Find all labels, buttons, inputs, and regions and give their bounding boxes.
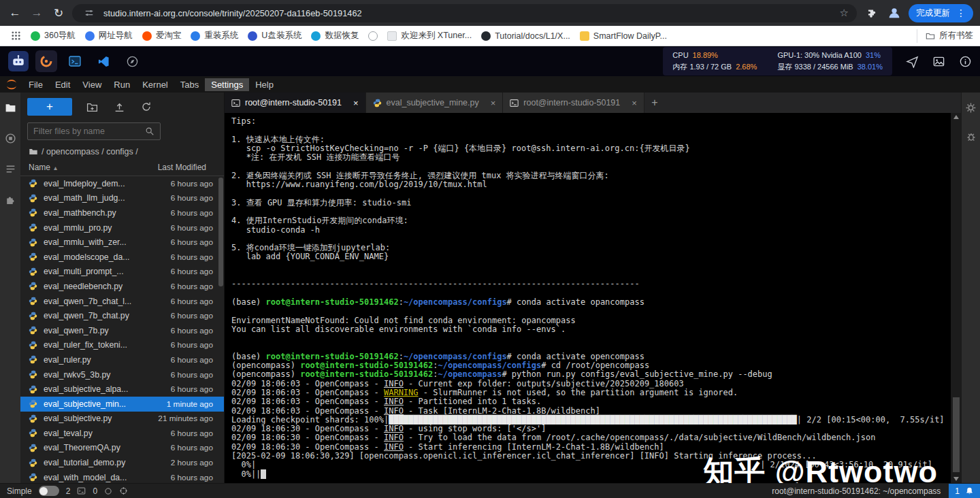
file-row[interactable]: eval_teval.py6 hours ago: [20, 426, 224, 441]
menu-item-help[interactable]: Help: [249, 78, 280, 91]
bookmark-star-icon[interactable]: ☆: [840, 7, 849, 19]
send-icon[interactable]: [906, 55, 919, 68]
file-row[interactable]: eval_multi_prompt_...6 hours ago: [20, 265, 224, 280]
menu-item-file[interactable]: File: [22, 78, 49, 91]
bookmark-item[interactable]: 360导航: [26, 28, 80, 44]
upload-icon[interactable]: [112, 99, 127, 114]
site-settings-icon[interactable]: [80, 8, 98, 18]
file-row[interactable]: eval_TheoremQA.py6 hours ago: [20, 441, 224, 456]
address-bar[interactable]: studio.intern-ai.org.cn/console/trinity/…: [72, 4, 857, 22]
file-list-scrollbar[interactable]: [218, 178, 223, 286]
refresh-files-icon[interactable]: [139, 99, 154, 114]
update-button[interactable]: 完成更新 ⋮: [909, 4, 973, 22]
target-icon[interactable]: [119, 486, 128, 495]
file-row[interactable]: eval_qwen_7b_chat_l...6 hours ago: [20, 294, 224, 309]
extension-manager-icon[interactable]: [5, 194, 16, 205]
breadcrumb-path[interactable]: / opencompass / configs /: [42, 147, 138, 156]
resource-monitor: CPU18.89% 内存 1.93 / 72 GB2.68% GPU-1: 30…: [663, 47, 892, 76]
app-jupyterlab-icon[interactable]: [35, 50, 57, 72]
watermark: 知乎 @Rtwotwo: [703, 467, 938, 476]
notification-count: 1: [955, 486, 960, 496]
bookmark-item[interactable]: U盘装系统: [243, 28, 306, 44]
file-row[interactable]: eval_subjective.py21 minutes ago: [20, 412, 224, 427]
menu-item-view[interactable]: View: [76, 78, 108, 91]
editor-tab[interactable]: eval_subjective_mine.py×: [366, 93, 504, 113]
menu-item-kernel[interactable]: Kernel: [136, 78, 174, 91]
new-launcher-button[interactable]: +: [27, 98, 72, 116]
scroll-down-icon[interactable]: [953, 477, 959, 481]
app-compass-icon[interactable]: [121, 50, 143, 72]
scroll-up-icon[interactable]: [953, 115, 959, 119]
file-row[interactable]: eval_math_llm_judg...6 hours ago: [20, 191, 224, 206]
column-name[interactable]: Name: [29, 163, 50, 172]
file-row[interactable]: eval_with_model_da...6 hours ago: [20, 470, 224, 483]
tab-close-icon[interactable]: ×: [491, 98, 496, 108]
debugger-icon[interactable]: [966, 131, 977, 142]
app-terminal-icon[interactable]: [64, 50, 86, 72]
back-icon[interactable]: ←: [7, 6, 23, 20]
bookmark-item[interactable]: 网址导航: [80, 28, 137, 44]
terminal-output[interactable]: Tips: 1. 快速从本地上传文件: scp -o StrictHostKey…: [231, 117, 946, 479]
session-title[interactable]: root@intern-studio-50191462: ~/opencompa…: [772, 486, 949, 496]
bookmark-item[interactable]: 重装系统: [186, 28, 243, 44]
browser-menu-icon[interactable]: ⋮: [956, 7, 966, 18]
file-name: eval_with_model_da...: [44, 473, 156, 482]
menu-item-settings[interactable]: Settings: [205, 78, 249, 91]
app-vscode-icon[interactable]: [93, 50, 114, 72]
internstudio-logo[interactable]: [8, 51, 29, 71]
search-input[interactable]: [33, 127, 145, 136]
bookmark-item[interactable]: Tutorial/docs/L1/X...: [476, 29, 575, 43]
forward-icon[interactable]: →: [29, 6, 45, 20]
editor-tab[interactable]: root@intern-studio-50191×: [503, 93, 644, 113]
column-last-modified[interactable]: Last Modified: [158, 163, 216, 172]
file-row[interactable]: eval_qwen_7b.py6 hours ago: [20, 323, 224, 338]
file-row[interactable]: eval_rwkv5_3b.py6 hours ago: [20, 367, 224, 382]
refresh-icon[interactable]: ↻: [50, 6, 67, 20]
file-row[interactable]: eval_lmdeploy_dem...6 hours ago: [20, 176, 224, 191]
menu-item-run[interactable]: Run: [108, 78, 136, 91]
file-browser-icon[interactable]: [5, 102, 16, 114]
bookmark-item[interactable]: 数据恢复: [306, 28, 363, 44]
new-folder-icon[interactable]: [84, 99, 99, 114]
all-bookmarks-button[interactable]: 所有书签: [917, 29, 973, 43]
editor-tab[interactable]: root@intern-studio-50191×: [225, 93, 366, 113]
running-kernels-icon[interactable]: [5, 133, 16, 144]
home-folder-icon[interactable]: [29, 147, 38, 156]
file-row[interactable]: eval_mathbench.py6 hours ago: [20, 205, 224, 220]
menu-item-edit[interactable]: Edit: [49, 78, 76, 91]
profile-avatar[interactable]: [885, 5, 903, 20]
file-row[interactable]: eval_subjective_min...1 minute ago: [20, 397, 224, 412]
file-row[interactable]: eval_qwen_7b_chat.py6 hours ago: [20, 308, 224, 323]
tab-close-icon[interactable]: ×: [632, 98, 637, 108]
table-of-contents-icon[interactable]: [5, 163, 16, 175]
file-row[interactable]: eval_ruler.py6 hours ago: [20, 352, 224, 367]
scrollbar-thumb[interactable]: [953, 397, 960, 472]
menu-item-tabs[interactable]: Tabs: [174, 78, 205, 91]
apps-grid-icon[interactable]: [7, 31, 24, 41]
url-text[interactable]: studio.intern-ai.org.cn/console/trinity/…: [103, 8, 362, 18]
file-row[interactable]: eval_mmlu_with_zer...6 hours ago: [20, 235, 224, 250]
filter-files-input[interactable]: [27, 122, 161, 140]
tab-close-icon[interactable]: ×: [353, 98, 359, 108]
image-icon[interactable]: [932, 55, 945, 68]
file-row[interactable]: eval_subjective_alpa...6 hours ago: [20, 382, 224, 397]
bookmark-item[interactable]: 爱淘宝: [137, 28, 186, 44]
terminal-scrollbar[interactable]: [951, 113, 961, 483]
cpu-label: CPU: [672, 50, 688, 61]
extensions-puzzle-icon[interactable]: [862, 7, 880, 19]
bookmark-item[interactable]: SmartFlow DailyP...: [575, 29, 672, 43]
info-icon[interactable]: [959, 55, 972, 68]
bell-icon[interactable]: [965, 486, 974, 495]
bookmark-item[interactable]: 欢迎来到 XTuner...: [382, 28, 476, 44]
file-row[interactable]: eval_tutorial_demo.py2 hours ago: [20, 455, 224, 470]
breadcrumb[interactable]: / opencompass / configs /: [20, 146, 224, 161]
bookmark-item[interactable]: [363, 29, 382, 43]
property-inspector-icon[interactable]: [965, 102, 977, 114]
file-row[interactable]: eval_ruler_fix_tokeni...6 hours ago: [20, 338, 224, 353]
file-row[interactable]: eval_modelscope_da...6 hours ago: [20, 250, 224, 265]
simple-mode-toggle[interactable]: [39, 486, 59, 496]
file-row[interactable]: eval_mmlu_pro.py6 hours ago: [20, 220, 224, 235]
new-tab-button[interactable]: +: [644, 93, 665, 113]
file-row[interactable]: eval_needlebench.py6 hours ago: [20, 279, 224, 294]
notifications-badge[interactable]: 1: [949, 484, 980, 498]
